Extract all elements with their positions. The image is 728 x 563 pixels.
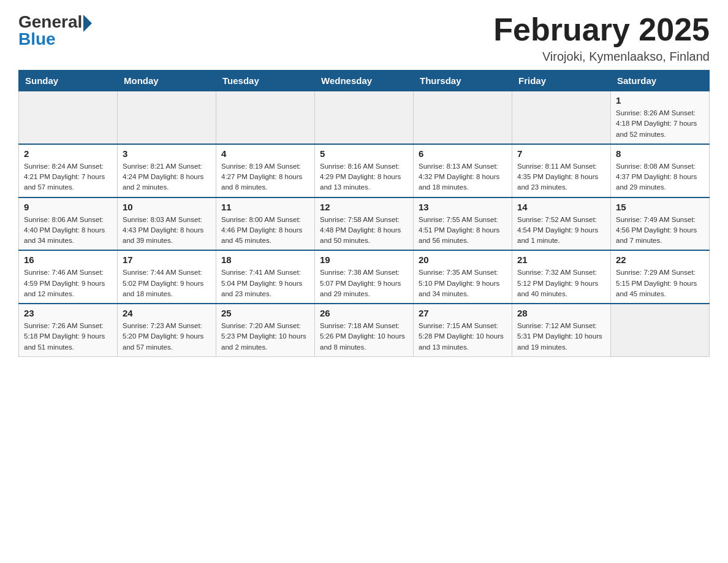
day-number: 7 (517, 148, 605, 159)
calendar-cell: 8Sunrise: 8:08 AM Sunset: 4:37 PM Daylig… (611, 144, 710, 197)
day-number: 21 (517, 255, 605, 265)
calendar-cell: 21Sunrise: 7:32 AM Sunset: 5:12 PM Dayli… (512, 250, 611, 304)
day-number: 24 (123, 308, 211, 318)
day-info: Sunrise: 7:58 AM Sunset: 4:48 PM Dayligh… (320, 215, 408, 247)
calendar-header-saturday: Saturday (611, 71, 710, 91)
day-number: 27 (419, 308, 507, 318)
day-number: 25 (221, 308, 309, 318)
day-info: Sunrise: 7:41 AM Sunset: 5:04 PM Dayligh… (221, 267, 309, 299)
calendar-cell (315, 91, 414, 144)
calendar-cell: 3Sunrise: 8:21 AM Sunset: 4:24 PM Daylig… (118, 144, 216, 197)
day-number: 5 (320, 148, 408, 159)
day-number: 28 (517, 308, 605, 318)
calendar-cell: 28Sunrise: 7:12 AM Sunset: 5:31 PM Dayli… (512, 304, 611, 356)
calendar-header-tuesday: Tuesday (216, 71, 315, 91)
day-number: 3 (123, 148, 211, 159)
calendar-cell: 2Sunrise: 8:24 AM Sunset: 4:21 PM Daylig… (19, 144, 118, 197)
day-info: Sunrise: 7:23 AM Sunset: 5:20 PM Dayligh… (123, 321, 211, 353)
day-number: 17 (123, 255, 211, 265)
day-info: Sunrise: 7:38 AM Sunset: 5:07 PM Dayligh… (320, 267, 408, 299)
calendar-cell: 7Sunrise: 8:11 AM Sunset: 4:35 PM Daylig… (512, 144, 611, 197)
calendar-cell (216, 91, 315, 144)
day-info: Sunrise: 8:00 AM Sunset: 4:46 PM Dayligh… (221, 215, 309, 247)
day-info: Sunrise: 7:52 AM Sunset: 4:54 PM Dayligh… (517, 215, 605, 247)
day-number: 26 (320, 308, 408, 318)
calendar-cell: 26Sunrise: 7:18 AM Sunset: 5:26 PM Dayli… (315, 304, 414, 356)
calendar-header-thursday: Thursday (414, 71, 512, 91)
day-info: Sunrise: 8:13 AM Sunset: 4:32 PM Dayligh… (419, 161, 507, 193)
calendar-cell: 23Sunrise: 7:26 AM Sunset: 5:18 PM Dayli… (19, 304, 118, 356)
day-info: Sunrise: 7:12 AM Sunset: 5:31 PM Dayligh… (517, 321, 605, 353)
calendar-week-row: 9Sunrise: 8:06 AM Sunset: 4:40 PM Daylig… (19, 197, 710, 251)
calendar-cell: 16Sunrise: 7:46 AM Sunset: 4:59 PM Dayli… (19, 250, 118, 304)
day-number: 8 (616, 148, 704, 159)
calendar-header-wednesday: Wednesday (315, 71, 414, 91)
logo-arrow-icon (83, 15, 92, 32)
calendar-cell: 9Sunrise: 8:06 AM Sunset: 4:40 PM Daylig… (19, 197, 118, 251)
day-info: Sunrise: 7:35 AM Sunset: 5:10 PM Dayligh… (419, 267, 507, 299)
calendar-cell: 22Sunrise: 7:29 AM Sunset: 5:15 PM Dayli… (611, 250, 710, 304)
day-info: Sunrise: 8:26 AM Sunset: 4:18 PM Dayligh… (616, 108, 704, 140)
day-info: Sunrise: 8:21 AM Sunset: 4:24 PM Dayligh… (123, 161, 211, 193)
calendar-week-row: 2Sunrise: 8:24 AM Sunset: 4:21 PM Daylig… (19, 144, 710, 197)
day-number: 9 (24, 202, 112, 212)
calendar-header-friday: Friday (512, 71, 611, 91)
calendar-cell: 24Sunrise: 7:23 AM Sunset: 5:20 PM Dayli… (118, 304, 216, 356)
day-number: 2 (24, 148, 112, 159)
day-info: Sunrise: 8:06 AM Sunset: 4:40 PM Dayligh… (24, 215, 112, 247)
day-info: Sunrise: 7:55 AM Sunset: 4:51 PM Dayligh… (419, 215, 507, 247)
calendar-cell: 20Sunrise: 7:35 AM Sunset: 5:10 PM Dayli… (414, 250, 512, 304)
calendar-cell: 4Sunrise: 8:19 AM Sunset: 4:27 PM Daylig… (216, 144, 315, 197)
calendar-cell: 15Sunrise: 7:49 AM Sunset: 4:56 PM Dayli… (611, 197, 710, 251)
calendar-week-row: 23Sunrise: 7:26 AM Sunset: 5:18 PM Dayli… (19, 304, 710, 356)
page-header: General Blue February 2025 Virojoki, Kym… (18, 12, 710, 64)
calendar-cell: 18Sunrise: 7:41 AM Sunset: 5:04 PM Dayli… (216, 250, 315, 304)
calendar-table: SundayMondayTuesdayWednesdayThursdayFrid… (18, 70, 710, 357)
day-info: Sunrise: 8:03 AM Sunset: 4:43 PM Dayligh… (123, 215, 211, 247)
calendar-cell: 10Sunrise: 8:03 AM Sunset: 4:43 PM Dayli… (118, 197, 216, 251)
day-info: Sunrise: 8:08 AM Sunset: 4:37 PM Dayligh… (616, 161, 704, 193)
calendar-header-monday: Monday (118, 71, 216, 91)
day-info: Sunrise: 7:15 AM Sunset: 5:28 PM Dayligh… (419, 321, 507, 353)
calendar-cell: 17Sunrise: 7:44 AM Sunset: 5:02 PM Dayli… (118, 250, 216, 304)
calendar-cell (414, 91, 512, 144)
month-title: February 2025 (493, 12, 710, 47)
calendar-cell: 27Sunrise: 7:15 AM Sunset: 5:28 PM Dayli… (414, 304, 512, 356)
day-number: 13 (419, 202, 507, 212)
day-info: Sunrise: 7:18 AM Sunset: 5:26 PM Dayligh… (320, 321, 408, 353)
day-number: 1 (616, 95, 704, 105)
day-info: Sunrise: 7:32 AM Sunset: 5:12 PM Dayligh… (517, 267, 605, 299)
calendar-header-row: SundayMondayTuesdayWednesdayThursdayFrid… (19, 71, 710, 91)
day-info: Sunrise: 7:29 AM Sunset: 5:15 PM Dayligh… (616, 267, 704, 299)
calendar-cell: 5Sunrise: 8:16 AM Sunset: 4:29 PM Daylig… (315, 144, 414, 197)
calendar-cell: 25Sunrise: 7:20 AM Sunset: 5:23 PM Dayli… (216, 304, 315, 356)
day-info: Sunrise: 7:49 AM Sunset: 4:56 PM Dayligh… (616, 215, 704, 247)
day-number: 6 (419, 148, 507, 159)
calendar-header-sunday: Sunday (19, 71, 118, 91)
calendar-week-row: 16Sunrise: 7:46 AM Sunset: 4:59 PM Dayli… (19, 250, 710, 304)
day-info: Sunrise: 8:24 AM Sunset: 4:21 PM Dayligh… (24, 161, 112, 193)
day-number: 16 (24, 255, 112, 265)
day-info: Sunrise: 7:46 AM Sunset: 4:59 PM Dayligh… (24, 267, 112, 299)
calendar-cell: 12Sunrise: 7:58 AM Sunset: 4:48 PM Dayli… (315, 197, 414, 251)
day-info: Sunrise: 7:44 AM Sunset: 5:02 PM Dayligh… (123, 267, 211, 299)
calendar-cell: 14Sunrise: 7:52 AM Sunset: 4:54 PM Dayli… (512, 197, 611, 251)
calendar-cell: 11Sunrise: 8:00 AM Sunset: 4:46 PM Dayli… (216, 197, 315, 251)
location-text: Virojoki, Kymenlaakso, Finland (493, 50, 710, 64)
calendar-cell: 6Sunrise: 8:13 AM Sunset: 4:32 PM Daylig… (414, 144, 512, 197)
day-number: 14 (517, 202, 605, 212)
calendar-cell (512, 91, 611, 144)
day-number: 19 (320, 255, 408, 265)
day-number: 4 (221, 148, 309, 159)
logo-blue-text: Blue (18, 29, 56, 49)
day-info: Sunrise: 7:20 AM Sunset: 5:23 PM Dayligh… (221, 321, 309, 353)
calendar-cell: 1Sunrise: 8:26 AM Sunset: 4:18 PM Daylig… (611, 91, 710, 144)
day-number: 10 (123, 202, 211, 212)
day-info: Sunrise: 8:19 AM Sunset: 4:27 PM Dayligh… (221, 161, 309, 193)
calendar-cell (118, 91, 216, 144)
logo: General Blue (18, 12, 92, 49)
calendar-cell: 13Sunrise: 7:55 AM Sunset: 4:51 PM Dayli… (414, 197, 512, 251)
day-number: 20 (419, 255, 507, 265)
calendar-cell (611, 304, 710, 356)
calendar-week-row: 1Sunrise: 8:26 AM Sunset: 4:18 PM Daylig… (19, 91, 710, 144)
